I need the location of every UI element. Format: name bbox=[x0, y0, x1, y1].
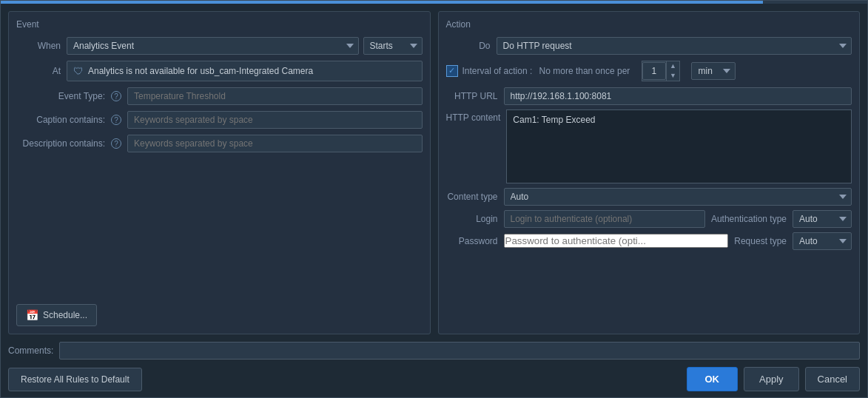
right-buttons: OK Apply Cancel bbox=[687, 367, 861, 391]
calendar-icon: 📅 bbox=[26, 309, 38, 321]
http-url-row: HTTP URL bbox=[446, 87, 852, 105]
password-input[interactable] bbox=[504, 234, 729, 248]
caption-row: Caption contains: ? bbox=[16, 111, 423, 129]
when-select[interactable]: Analytics Event bbox=[67, 37, 359, 55]
description-row: Description contains: ? bbox=[16, 135, 423, 152]
content-type-select[interactable]: Auto JSON Text bbox=[504, 188, 852, 206]
when-label: When bbox=[16, 41, 61, 51]
main-dialog: Event When Analytics Event Starts Stops … bbox=[0, 0, 868, 398]
at-label: At bbox=[16, 66, 61, 76]
do-row: Do Do HTTP request Send email Show notif… bbox=[446, 37, 852, 55]
content-type-row: Content type Auto JSON Text bbox=[446, 188, 852, 206]
login-input[interactable] bbox=[504, 210, 705, 228]
interval-down-button[interactable]: ▼ bbox=[667, 71, 679, 81]
login-label: Login bbox=[446, 214, 498, 224]
comments-input[interactable] bbox=[59, 342, 860, 360]
when-controls: Analytics Event Starts Stops Starts & St… bbox=[67, 37, 423, 55]
auth-row: Login Authentication type Auto Basic Dig… bbox=[446, 210, 852, 228]
checkmark-icon: ✓ bbox=[448, 66, 455, 75]
interval-row: ✓ Interval of action : No more than once… bbox=[446, 61, 852, 81]
interval-number-input[interactable] bbox=[642, 62, 666, 80]
auth-type-label: Authentication type bbox=[711, 214, 787, 224]
request-type-select[interactable]: Auto GET POST bbox=[793, 232, 852, 250]
comments-row: Comments: bbox=[8, 342, 860, 360]
event-type-help-icon[interactable]: ? bbox=[111, 91, 121, 101]
do-label: Do bbox=[446, 41, 491, 51]
at-info-box: 🛡 Analytics is not available for usb_cam… bbox=[67, 61, 423, 81]
progress-bar bbox=[1, 1, 867, 4]
http-content-label: HTTP content bbox=[446, 109, 501, 123]
interval-text: No more than once per bbox=[539, 66, 630, 76]
apply-button[interactable]: Apply bbox=[744, 367, 799, 391]
action-panel: Action Do Do HTTP request Send email Sho… bbox=[438, 11, 861, 334]
do-select[interactable]: Do HTTP request Send email Show notifica… bbox=[497, 37, 852, 55]
request-type-label: Request type bbox=[734, 236, 787, 246]
shield-icon: 🛡 bbox=[73, 65, 84, 77]
event-type-row: Event Type: ? bbox=[16, 87, 423, 105]
at-row: At 🛡 Analytics is not available for usb_… bbox=[16, 61, 423, 81]
caption-help-icon[interactable]: ? bbox=[111, 115, 121, 125]
action-panel-title: Action bbox=[446, 19, 852, 30]
interval-checkbox[interactable]: ✓ bbox=[446, 65, 458, 77]
starts-select[interactable]: Starts Stops Starts & Stops bbox=[363, 37, 423, 55]
event-panel: Event When Analytics Event Starts Stops … bbox=[8, 11, 431, 334]
event-type-label: Event Type: bbox=[16, 91, 105, 101]
comments-label: Comments: bbox=[8, 345, 53, 356]
event-type-input[interactable] bbox=[127, 87, 423, 105]
bottom-section: Comments: Restore All Rules to Default O… bbox=[1, 342, 867, 397]
cancel-button[interactable]: Cancel bbox=[805, 367, 860, 391]
interval-label: Interval of action : bbox=[462, 66, 535, 76]
schedule-button[interactable]: 📅 Schedule... bbox=[16, 304, 97, 326]
interval-spinner: ▲ ▼ bbox=[642, 61, 680, 81]
restore-button[interactable]: Restore All Rules to Default bbox=[8, 368, 142, 391]
password-label: Password bbox=[446, 236, 498, 246]
at-message: Analytics is not available for usb_cam-I… bbox=[88, 66, 313, 76]
interval-up-button[interactable]: ▲ bbox=[667, 61, 679, 71]
footer-buttons: Restore All Rules to Default OK Apply Ca… bbox=[8, 367, 860, 391]
when-row: When Analytics Event Starts Stops Starts… bbox=[16, 37, 423, 55]
http-content-textarea[interactable]: Cam1: Temp Exceed bbox=[506, 109, 852, 183]
spinner-arrows: ▲ ▼ bbox=[666, 61, 679, 81]
http-content-row: HTTP content Cam1: Temp Exceed bbox=[446, 109, 852, 183]
main-content: Event When Analytics Event Starts Stops … bbox=[1, 4, 867, 342]
caption-input[interactable] bbox=[127, 111, 423, 129]
description-label: Description contains: bbox=[16, 138, 105, 149]
content-type-label: Content type bbox=[446, 192, 498, 202]
http-url-label: HTTP URL bbox=[446, 91, 498, 101]
description-input[interactable] bbox=[127, 135, 423, 152]
description-help-icon[interactable]: ? bbox=[111, 138, 121, 149]
progress-bar-fill bbox=[1, 1, 763, 4]
password-row: Password Request type Auto GET POST bbox=[446, 232, 852, 250]
http-url-input[interactable] bbox=[504, 87, 852, 105]
schedule-btn-label: Schedule... bbox=[43, 310, 87, 320]
event-panel-title: Event bbox=[16, 19, 423, 30]
auth-type-select[interactable]: Auto Basic Digest bbox=[793, 210, 852, 228]
interval-unit-select[interactable]: min sec hr bbox=[691, 62, 736, 80]
ok-button[interactable]: OK bbox=[687, 367, 739, 391]
caption-label: Caption contains: bbox=[16, 115, 105, 125]
